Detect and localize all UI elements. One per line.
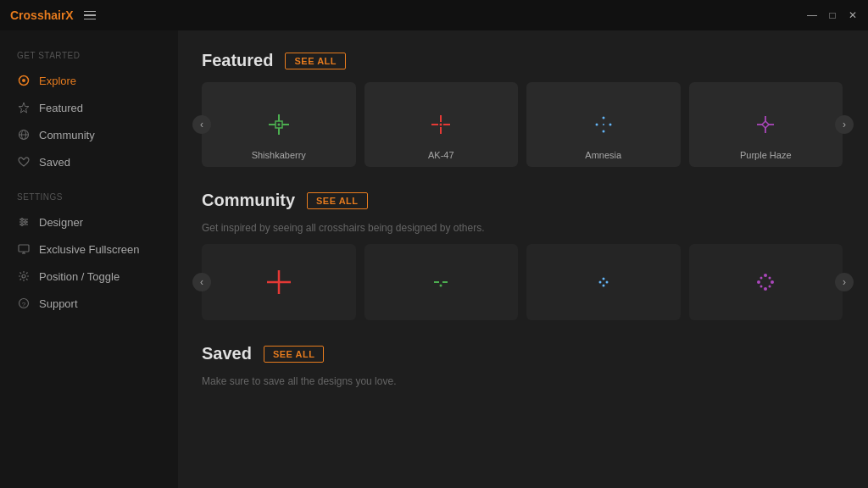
svg-rect-12: [19, 245, 29, 252]
featured-card-ak47[interactable]: AK-47: [364, 82, 519, 167]
community-card-4[interactable]: [689, 244, 843, 320]
featured-label: Featured: [39, 102, 83, 114]
svg-point-54: [760, 277, 763, 280]
svg-point-11: [21, 224, 24, 226]
menu-icon[interactable]: [81, 8, 99, 24]
svg-point-48: [602, 278, 604, 280]
featured-card-purple-haze-label: Purple Haze: [740, 150, 792, 160]
featured-carousel-prev[interactable]: ‹: [192, 115, 211, 134]
svg-point-50: [764, 274, 767, 277]
sidebar-section-get-started: Get Started: [0, 51, 178, 67]
community-see-all-button[interactable]: SEE ALL: [307, 192, 368, 209]
svg-point-9: [21, 219, 24, 221]
sidebar-item-designer[interactable]: Designer: [0, 208, 178, 236]
featured-carousel: Shishkaberry AK-47: [202, 82, 844, 167]
maximize-button[interactable]: □: [827, 10, 837, 20]
svg-point-46: [598, 281, 601, 284]
svg-point-30: [602, 130, 604, 133]
svg-point-29: [602, 117, 604, 119]
svg-point-33: [603, 124, 604, 125]
window-controls: — □ ✕: [807, 10, 858, 20]
svg-point-57: [769, 286, 771, 288]
svg-point-31: [595, 124, 598, 126]
svg-text:?: ?: [22, 301, 26, 308]
saved-description: Make sure to save all the designs you lo…: [202, 375, 844, 387]
community-carousel-next[interactable]: ›: [835, 273, 854, 291]
explore-icon: [17, 74, 31, 87]
svg-point-55: [769, 277, 771, 280]
sidebar-item-saved[interactable]: Saved: [0, 148, 178, 175]
sliders-icon: [17, 215, 31, 229]
community-carousel: [202, 244, 844, 320]
featured-card-purple-haze[interactable]: Purple Haze: [689, 82, 843, 167]
featured-card-ak47-label: AK-47: [428, 150, 454, 160]
community-label: Community: [39, 129, 95, 141]
help-icon: ?: [17, 297, 31, 310]
sidebar-item-exclusive-fullscreen[interactable]: Exclusive Fullscreen: [0, 236, 178, 263]
monitor-icon: [17, 242, 31, 256]
svg-point-56: [760, 286, 763, 288]
support-label: Support: [39, 297, 78, 310]
svg-marker-38: [762, 121, 769, 128]
app-accent: X: [65, 8, 73, 22]
minimize-button[interactable]: —: [807, 10, 817, 20]
exclusive-fullscreen-label: Exclusive Fullscreen: [39, 243, 140, 256]
featured-title: Featured: [202, 51, 273, 70]
svg-point-1: [22, 79, 25, 82]
heart-icon: [17, 155, 31, 169]
featured-section-header: Featured SEE ALL: [202, 51, 844, 70]
sidebar-item-community[interactable]: Community: [0, 121, 178, 148]
sidebar-section-settings: Settings: [0, 192, 178, 208]
community-section-header: Community SEE ALL: [202, 191, 844, 210]
sidebar-item-support[interactable]: ? Support: [0, 290, 178, 317]
svg-point-51: [764, 287, 767, 291]
svg-point-22: [277, 124, 280, 126]
app-body: Get Started Explore Featured Community S…: [0, 30, 868, 488]
community-carousel-wrapper: ‹: [202, 244, 844, 320]
globe-icon: [17, 128, 31, 141]
svg-marker-2: [19, 103, 29, 113]
sidebar: Get Started Explore Featured Community S…: [0, 30, 178, 488]
star-icon: [17, 101, 31, 114]
svg-point-10: [25, 221, 27, 224]
featured-card-shishkaberry[interactable]: Shishkaberry: [202, 82, 356, 167]
titlebar: CrosshairX — □ ✕: [0, 0, 868, 30]
saved-label: Saved: [39, 156, 70, 169]
designer-label: Designer: [39, 216, 83, 229]
featured-card-amnesia-label: Amnesia: [585, 150, 621, 160]
community-description: Get inspired by seeing all crosshairs be…: [202, 222, 844, 234]
community-card-3[interactable]: [526, 244, 681, 320]
featured-carousel-next[interactable]: ›: [835, 115, 854, 134]
close-button[interactable]: ✕: [848, 10, 858, 20]
community-title: Community: [202, 191, 295, 210]
featured-carousel-wrapper: ‹ Shishkaberry: [202, 82, 844, 167]
svg-point-53: [771, 280, 774, 284]
sidebar-item-position-toggle[interactable]: Position / Toggle: [0, 263, 178, 290]
svg-point-52: [757, 280, 760, 284]
app-name: Crosshair: [10, 8, 65, 22]
explore-label: Explore: [39, 75, 76, 87]
featured-card-shishkaberry-label: Shishkaberry: [252, 150, 306, 160]
sidebar-item-featured[interactable]: Featured: [0, 94, 178, 121]
community-card-1[interactable]: [202, 244, 356, 320]
svg-point-45: [440, 285, 442, 287]
community-card-2[interactable]: [364, 244, 519, 320]
saved-see-all-button[interactable]: SEE ALL: [264, 346, 325, 363]
svg-point-15: [22, 274, 25, 278]
app-title: CrosshairX: [10, 8, 74, 22]
svg-point-47: [605, 281, 608, 284]
featured-see-all-button[interactable]: SEE ALL: [285, 53, 346, 69]
position-toggle-label: Position / Toggle: [39, 270, 120, 283]
sidebar-item-explore[interactable]: Explore: [0, 67, 178, 94]
settings-icon: [17, 269, 31, 283]
svg-point-49: [602, 285, 604, 287]
featured-card-amnesia[interactable]: Amnesia: [526, 82, 681, 167]
titlebar-left: CrosshairX: [10, 8, 99, 24]
community-carousel-prev[interactable]: ‹: [192, 273, 211, 291]
saved-section-header: Saved SEE ALL: [202, 344, 844, 363]
main-content: Featured SEE ALL ‹ Shishkaberry: [178, 30, 868, 488]
saved-title: Saved: [202, 344, 252, 363]
svg-point-32: [609, 124, 611, 126]
svg-point-28: [440, 124, 442, 126]
